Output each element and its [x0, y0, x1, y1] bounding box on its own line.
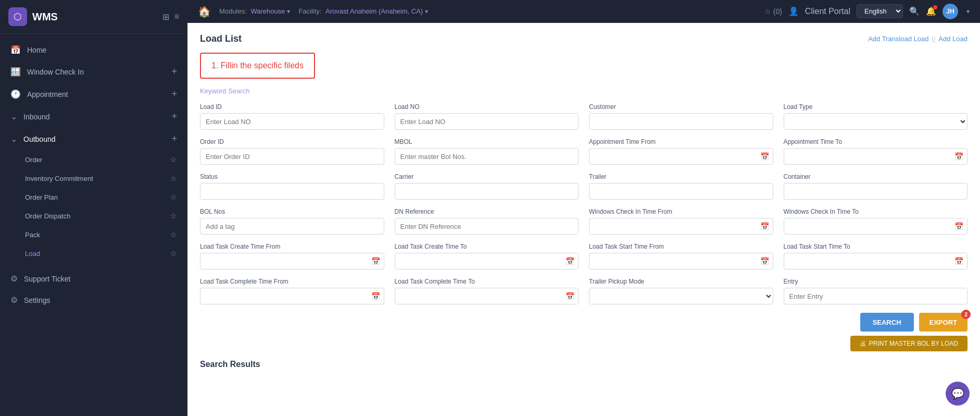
grid-icon[interactable]: ⊞	[162, 12, 169, 22]
search-button[interactable]: SEARCH	[860, 313, 914, 332]
star-order-dispatch[interactable]: ☆	[170, 212, 177, 220]
calendar-task-create-from-icon[interactable]: 📅	[371, 257, 380, 265]
appointment-icon: 🕐	[10, 89, 21, 99]
input-task-create-from[interactable]	[200, 253, 384, 270]
label-trailer: Trailer	[589, 173, 773, 180]
user-avatar[interactable]: JH	[943, 4, 958, 19]
label-trailer-pickup: Trailer Pickup Mode	[589, 278, 773, 285]
input-dn-ref[interactable]	[395, 218, 579, 235]
favorites-star[interactable]: ☆ (0)	[764, 7, 782, 16]
add-icon-appointment[interactable]: +	[171, 89, 177, 100]
sidebar-item-pack[interactable]: Pack ☆	[0, 225, 187, 244]
calendar-task-start-to-icon[interactable]: 📅	[954, 257, 963, 265]
input-win-checkin-to[interactable]	[784, 218, 968, 235]
input-order-id[interactable]	[200, 148, 384, 165]
calendar-appt-from-icon[interactable]: 📅	[760, 152, 769, 161]
print-master-bol-button[interactable]: 🖨 PRINT MASTER BOL BY LOAD	[850, 336, 968, 351]
input-carrier[interactable]	[395, 183, 579, 200]
sidebar-item-settings[interactable]: ⚙ Settings	[0, 289, 187, 311]
sidebar-item-order-dispatch[interactable]: Order Dispatch ☆	[0, 206, 187, 225]
calendar-task-create-to-icon[interactable]: 📅	[566, 257, 574, 265]
modules-dropdown[interactable]: ▾	[287, 8, 290, 15]
keyword-search-link[interactable]: Keyword Search	[200, 87, 968, 95]
sidebar-item-home[interactable]: 📅 Home	[0, 39, 187, 60]
label-win-checkin-from: Windows Check In Time From	[589, 208, 773, 215]
label-load-no: Load NO	[395, 103, 579, 111]
input-load-id[interactable]	[200, 113, 384, 130]
select-trailer-pickup[interactable]	[589, 288, 773, 304]
star-order-plan[interactable]: ☆	[170, 193, 177, 201]
client-portal-label[interactable]: Client Portal	[805, 7, 850, 16]
input-mbol[interactable]	[395, 148, 579, 165]
sidebar-item-inbound[interactable]: ⌄ Inbound +	[0, 105, 187, 128]
input-container[interactable]	[784, 183, 968, 200]
notification-icon[interactable]: 🔔	[926, 6, 936, 16]
input-task-create-to[interactable]	[395, 253, 579, 270]
label-appt-to: Appointment Time To	[784, 138, 968, 145]
home-topbar-icon[interactable]: 🏠	[198, 5, 211, 18]
sidebar-item-inventory-commitment[interactable]: Inventory Commitment ☆	[0, 169, 187, 188]
modules-value: Warehouse	[250, 7, 285, 15]
input-bol-nos[interactable]	[200, 218, 384, 235]
calendar-appt-to-icon[interactable]: 📅	[954, 152, 963, 161]
input-task-start-from[interactable]	[589, 253, 773, 270]
input-task-start-to[interactable]	[784, 253, 968, 270]
input-win-checkin-from[interactable]	[589, 218, 773, 235]
export-button[interactable]: EXPORT	[919, 313, 968, 332]
field-task-start-to: Load Task Start Time To 📅	[784, 243, 968, 270]
star-pack[interactable]: ☆	[170, 230, 177, 239]
sidebar-header: ⬡ WMS ⊞ ≡	[0, 0, 187, 34]
chat-fab-button[interactable]: 💬	[946, 382, 970, 406]
input-trailer[interactable]	[589, 183, 773, 200]
calendar-task-complete-from-icon[interactable]: 📅	[371, 292, 380, 300]
star-inventory[interactable]: ☆	[170, 174, 177, 182]
calendar-task-start-from-icon[interactable]: 📅	[760, 257, 769, 265]
input-status[interactable]	[200, 183, 384, 200]
menu-icon[interactable]: ≡	[174, 12, 179, 22]
input-appt-to[interactable]	[784, 148, 968, 165]
input-task-complete-to[interactable]	[395, 288, 579, 304]
pack-label: Pack	[25, 231, 40, 239]
add-transload-link[interactable]: Add Transload Load	[868, 35, 928, 43]
label-customer: Customer	[589, 103, 773, 111]
input-task-complete-from[interactable]	[200, 288, 384, 304]
sidebar-item-appointment[interactable]: 🕐 Appointment +	[0, 83, 187, 105]
input-appt-from[interactable]	[589, 148, 773, 165]
field-dn-ref: DN Reference	[395, 208, 579, 235]
language-selector[interactable]: English Spanish	[857, 4, 903, 18]
calendar-task-complete-to-icon[interactable]: 📅	[566, 292, 574, 300]
order-label: Order	[25, 156, 42, 164]
sidebar-item-window-check-in[interactable]: 🪟 Window Check In +	[0, 60, 187, 83]
appt-to-wrapper: 📅	[784, 148, 968, 165]
field-load-id: Load ID	[200, 103, 384, 130]
field-task-start-from: Load Task Start Time From 📅	[589, 243, 773, 270]
facility-label: Facility: Arovast Anaheim (Anaheim, CA)	[298, 7, 423, 15]
input-load-no[interactable]	[395, 113, 579, 130]
sidebar-item-outbound[interactable]: ⌄ Outbound +	[0, 128, 187, 150]
modules-label: Modules: Warehouse	[219, 7, 285, 15]
page-body: Load List Add Transload Load || Add Load…	[187, 23, 980, 416]
select-load-type[interactable]	[784, 113, 968, 130]
input-customer[interactable]	[589, 113, 773, 130]
sidebar-nav: 📅 Home 🪟 Window Check In + 🕐 Appointment…	[0, 34, 187, 316]
star-order[interactable]: ☆	[170, 155, 177, 164]
task-create-from-wrapper: 📅	[200, 253, 384, 270]
add-load-link[interactable]: Add Load	[938, 35, 968, 43]
label-task-complete-to: Load Task Complete Time To	[395, 278, 579, 285]
sidebar-item-order[interactable]: Order ☆	[0, 150, 187, 169]
calendar-win-from-icon[interactable]: 📅	[760, 222, 769, 230]
calendar-win-to-icon[interactable]: 📅	[954, 222, 963, 230]
add-icon-outbound[interactable]: +	[171, 133, 177, 144]
add-icon-window[interactable]: +	[171, 66, 177, 77]
sidebar-item-load[interactable]: Load ☆	[0, 244, 187, 263]
search-topbar-icon[interactable]: 🔍	[909, 6, 920, 16]
user-dropdown[interactable]: ▾	[966, 8, 970, 15]
facility-dropdown[interactable]: ▾	[425, 8, 428, 15]
sidebar-item-order-plan[interactable]: Order Plan ☆	[0, 188, 187, 206]
label-task-create-from: Load Task Create Time From	[200, 243, 384, 250]
chat-icon: 💬	[951, 387, 964, 400]
add-icon-inbound[interactable]: +	[171, 111, 177, 122]
star-load[interactable]: ☆	[170, 249, 177, 258]
sidebar-item-support-ticket[interactable]: ⚙ Support Ticket	[0, 268, 187, 289]
input-entry[interactable]	[784, 288, 968, 304]
